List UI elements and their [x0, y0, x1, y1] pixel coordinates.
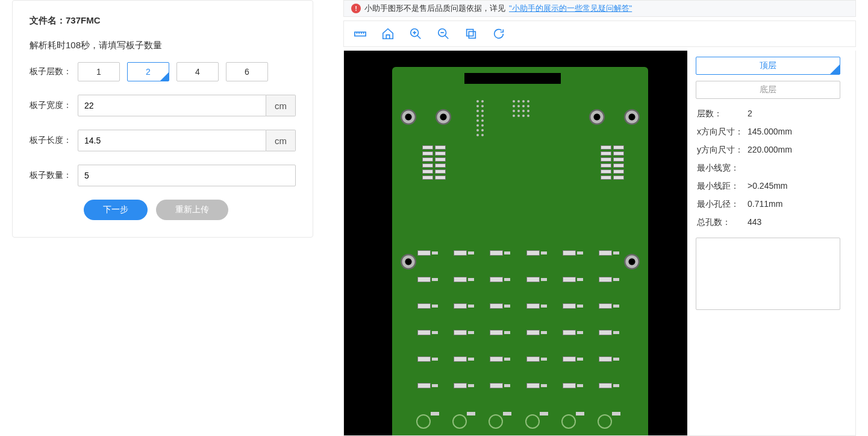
file-label: 文件名： — [30, 15, 66, 25]
width-label: 板子宽度： — [30, 100, 78, 111]
top-layer-button[interactable]: 顶层 — [696, 57, 840, 75]
side-panel: 顶层 底层 层数：2 x方向尺寸：145.000mm y方向尺寸：220.000… — [696, 51, 840, 435]
info-minspace-label: 最小线距： — [697, 181, 748, 192]
ruler-icon[interactable] — [354, 27, 367, 40]
info-x-value: 145.000mm — [748, 127, 792, 137]
info-list: 层数：2 x方向尺寸：145.000mm y方向尺寸：220.000mm 最小线… — [696, 105, 840, 232]
warning-icon: ! — [351, 4, 361, 13]
notice-text: 小助手图形不是售后品质问题依据，详见 — [364, 3, 505, 14]
copy-icon[interactable] — [464, 27, 478, 40]
info-minspace-value: >0.245mm — [748, 181, 788, 192]
zoom-in-icon[interactable] — [409, 27, 422, 40]
reupload-button[interactable]: 重新上传 — [156, 200, 228, 220]
info-layers-value: 2 — [748, 109, 752, 119]
info-x-label: x方向尺寸： — [697, 127, 748, 137]
description-box[interactable] — [696, 238, 840, 310]
width-input[interactable] — [78, 95, 266, 116]
info-minhole-label: 最小孔径： — [697, 199, 748, 210]
layer-option-4[interactable]: 4 — [176, 62, 219, 81]
svg-rect-3 — [469, 31, 475, 38]
parse-subtitle: 解析耗时108秒，请填写板子数量 — [30, 40, 296, 51]
info-minhole-value: 0.711mm — [748, 199, 782, 210]
svg-rect-0 — [355, 32, 366, 36]
qty-input[interactable] — [78, 165, 296, 186]
file-name-row: 文件名：737FMC — [30, 15, 296, 27]
info-totalholes-label: 总孔数： — [697, 217, 748, 228]
length-label: 板子长度： — [30, 135, 78, 146]
layer-option-2[interactable]: 2 — [127, 62, 169, 81]
notice-bar: ! 小助手图形不是售后品质问题依据，详见 "小助手的展示的一些常见疑问解答" — [343, 0, 856, 17]
layer-option-6[interactable]: 6 — [226, 62, 268, 81]
home-icon[interactable] — [381, 27, 395, 40]
info-layers-label: 层数： — [697, 109, 748, 119]
layer-option-1[interactable]: 1 — [78, 62, 120, 81]
info-totalholes-value: 443 — [748, 217, 761, 228]
svg-rect-4 — [467, 30, 473, 36]
width-unit: cm — [266, 95, 296, 116]
info-y-value: 220.000mm — [748, 145, 792, 156]
pcb-viewer[interactable] — [344, 51, 687, 435]
rotate-icon[interactable] — [492, 27, 505, 40]
length-input[interactable] — [78, 130, 266, 151]
info-mintrace-label: 最小线宽： — [697, 163, 748, 174]
notice-link[interactable]: "小助手的展示的一些常见疑问解答" — [509, 3, 632, 14]
file-name-value: 737FMC — [66, 15, 101, 25]
layers-label: 板子层数： — [30, 66, 78, 77]
bottom-layer-button[interactable]: 底层 — [696, 81, 840, 99]
form-card: 文件名：737FMC 解析耗时108秒，请填写板子数量 板子层数： 1 2 4 … — [12, 0, 313, 238]
next-button[interactable]: 下一步 — [84, 200, 148, 220]
info-y-label: y方向尺寸： — [697, 145, 748, 156]
length-unit: cm — [266, 130, 296, 151]
qty-label: 板子数量： — [30, 170, 78, 181]
layer-options: 1 2 4 6 — [78, 62, 268, 81]
zoom-out-icon[interactable] — [437, 27, 450, 40]
viewer-toolbar — [343, 21, 856, 47]
